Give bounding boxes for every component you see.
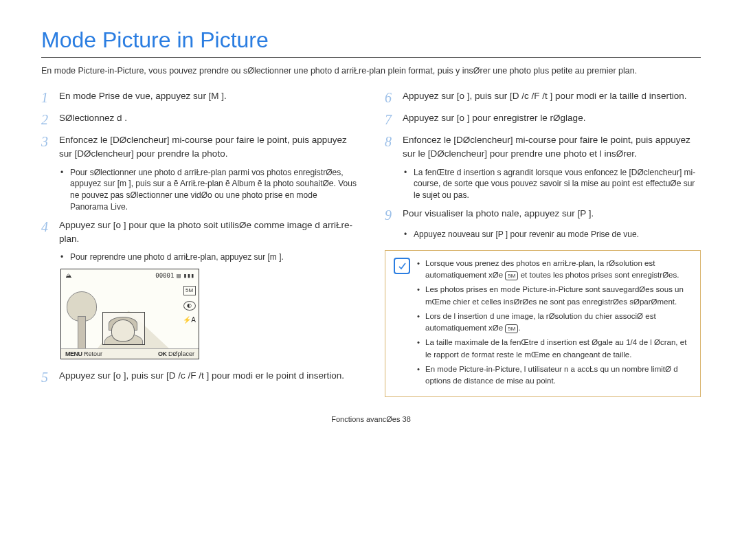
bullet-icon: • <box>404 229 409 240</box>
resolution-5m-icon: 5M <box>183 286 196 295</box>
bullet-icon: • <box>417 311 421 335</box>
insert-frame <box>102 312 145 345</box>
page-title: Mode Picture in Picture <box>41 27 701 58</box>
info-item-3: Lors de l insertion d une image, la rØso… <box>425 311 692 335</box>
bullet-icon: • <box>404 167 409 201</box>
note-icon <box>394 258 410 274</box>
step-8-note: La fenŒtre d insertion s agrandit lorsqu… <box>414 167 701 201</box>
step-number-7: 7 <box>385 111 396 128</box>
flash-auto-icon: ⚡A <box>183 316 196 324</box>
quality-icon: ◐ <box>183 301 196 311</box>
bullet-icon: • <box>417 363 421 388</box>
bullet-icon: • <box>60 251 66 263</box>
bullet-icon: • <box>417 337 421 361</box>
step-number-2: 2 <box>41 111 52 128</box>
sd-card-icon: ▤ <box>177 272 180 279</box>
shot-counter: 00001 <box>155 272 174 279</box>
step-1-text: En mode Prise de vue, appuyez sur [M ]. <box>59 89 357 106</box>
battery-icon: ▮▮▮ <box>183 272 194 279</box>
step-number-5: 5 <box>41 369 52 385</box>
step-3-note: Pour sØlectionner une photo d arriŁre-pl… <box>70 167 357 213</box>
right-column: 6 Appuyez sur [o ], puis sur [D /c /F /t… <box>385 89 701 397</box>
intro-text: En mode Picture-in-Picture, vous pouvez … <box>41 65 701 77</box>
bullet-icon: • <box>417 284 421 308</box>
menu-action-label: Retour <box>84 350 102 357</box>
mode-icon: ⛰ <box>65 272 71 279</box>
step-9-text: Pour visualiser la photo nale, appuyez s… <box>403 207 701 223</box>
info-box: • Lorsque vous prenez des photos en arri… <box>385 250 701 398</box>
step-4-text: Appuyez sur [o ] pour que la photo soit … <box>59 219 357 247</box>
step-8-text: Enfoncez le [DØclencheur] mi-course pour… <box>403 133 701 161</box>
step-number-1: 1 <box>41 89 52 106</box>
resolution-5m-inline-icon: 5M <box>505 271 518 280</box>
step-5-text: Appuyez sur [o ], puis sur [D /c /F /t ]… <box>59 369 357 385</box>
ok-key-label: OK <box>158 350 167 357</box>
step-number-3: 3 <box>41 133 52 161</box>
camera-lcd-preview: ⛰ 00001 ▤ ▮▮▮ <box>60 269 199 359</box>
step-4-note: Pour reprendre une photo d arriŁre-plan,… <box>70 251 284 263</box>
info-item-2: Les photos prises en mode Picture-in-Pic… <box>425 284 692 308</box>
left-column: 1 En mode Prise de vue, appuyez sur [M ]… <box>41 89 357 397</box>
face-graphic <box>111 320 135 341</box>
page-footer: Fonctions avancØes 38 <box>41 415 701 423</box>
step-9-note: Appuyez nouveau sur [P ] pour revenir au… <box>414 229 639 240</box>
step-number-8: 8 <box>385 133 396 161</box>
tree-trunk-graphic <box>78 316 86 349</box>
info-item-1: Lorsque vous prenez des photos en arriŁr… <box>425 258 692 282</box>
info-item-5: En mode Picture-in-Picture, l utilisateu… <box>425 363 692 388</box>
bullet-icon: • <box>417 258 421 282</box>
step-number-4: 4 <box>41 219 52 247</box>
step-2-text: SØlectionnez d . <box>59 111 357 128</box>
step-7-text: Appuyez sur [o ] pour enregistrer le rØg… <box>403 111 701 128</box>
step-number-6: 6 <box>385 89 396 106</box>
ok-action-label: DØplacer <box>168 350 194 357</box>
bullet-icon: • <box>60 167 66 213</box>
menu-key-label: MENU <box>65 350 82 357</box>
step-6-text: Appuyez sur [o ], puis sur [D /c /F /t ]… <box>403 89 701 106</box>
step-3-text: Enfoncez le [DØclencheur] mi-course pour… <box>59 133 357 161</box>
resolution-5m-inline-icon: 5M <box>505 324 518 333</box>
step-number-9: 9 <box>385 207 396 223</box>
info-item-4: La taille maximale de la fenŒtre d inser… <box>425 337 692 361</box>
